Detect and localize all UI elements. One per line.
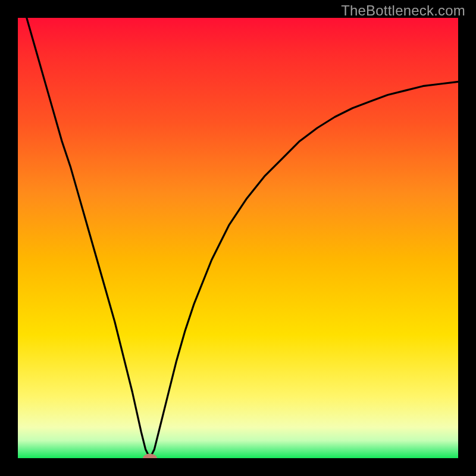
bottleneck-curve (18, 18, 458, 458)
plot-area (18, 18, 458, 458)
minimum-marker (143, 454, 157, 458)
watermark-text: TheBottleneck.com (341, 2, 465, 19)
chart-frame: TheBottleneck.com (0, 0, 476, 476)
chart-svg (18, 18, 458, 458)
